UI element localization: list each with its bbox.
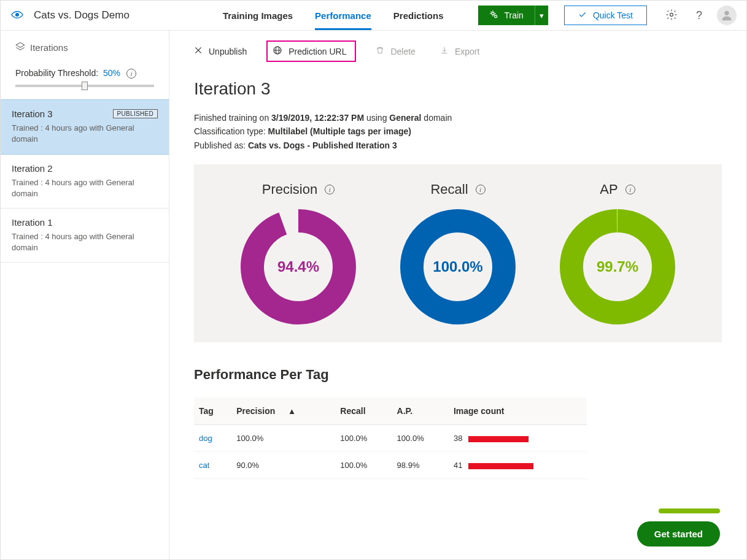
tab-predictions[interactable]: Predictions — [393, 1, 444, 30]
info-icon[interactable]: i — [325, 185, 335, 194]
meta-text: Finished training on — [194, 113, 271, 123]
cell-recall: 100.0% — [335, 452, 392, 479]
info-icon[interactable]: i — [126, 69, 136, 79]
check-icon — [578, 10, 587, 21]
meta-text: Published as: — [194, 140, 248, 150]
th-recall[interactable]: Recall — [335, 397, 392, 425]
iteration-subtitle: Trained : 4 hours ago with General domai… — [12, 231, 158, 253]
tab-training-images[interactable]: Training Images — [223, 1, 293, 30]
metric-label: AP — [600, 182, 617, 198]
svg-point-3 — [670, 13, 673, 16]
nav-tabs: Training Images Performance Predictions — [223, 1, 444, 30]
threshold-slider[interactable] — [15, 85, 154, 87]
caret-down-icon: ▾ — [540, 11, 544, 20]
info-icon[interactable]: i — [476, 185, 486, 194]
table-row: cat 90.0% 100.0% 98.9% 41 — [194, 452, 587, 479]
threshold-value: 50% — [103, 68, 120, 78]
user-avatar[interactable] — [717, 6, 737, 25]
sidebar-item-iteration-1[interactable]: Iteration 1 Trained : 4 hours ago with G… — [1, 209, 169, 263]
download-icon — [440, 46, 449, 56]
meta-domain: General — [389, 113, 421, 123]
iteration-title: Iteration 3 — [12, 109, 53, 119]
slider-thumb[interactable] — [82, 82, 88, 90]
metric-recall: Recalli 100.0% — [400, 182, 516, 325]
count-value: 38 — [454, 434, 462, 443]
layers-icon — [15, 42, 25, 53]
help-handle[interactable] — [659, 508, 720, 513]
th-tag[interactable]: Tag — [194, 397, 231, 425]
performance-per-tag-heading: Performance Per Tag — [194, 367, 746, 383]
iteration-heading: Iteration 3 — [194, 79, 746, 99]
app-header: Cats vs. Dogs Demo Training Images Perfo… — [1, 1, 746, 31]
meta-classification: Multilabel (Multiple tags per image) — [268, 126, 411, 136]
main-content: Unpublish Prediction URL Delete Export I… — [169, 31, 746, 559]
sidebar-item-iteration-2[interactable]: Iteration 2 Trained : 4 hours ago with G… — [1, 155, 169, 209]
metric-ap: APi 99.7% — [559, 182, 676, 325]
meta-text: using — [364, 113, 389, 123]
help-icon[interactable]: ? — [696, 9, 702, 22]
iteration-meta: Finished training on 3/19/2019, 12:22:37… — [194, 111, 746, 152]
cell-ap: 100.0% — [392, 425, 449, 452]
train-button-label: Train — [504, 10, 523, 20]
donut-value: 100.0% — [400, 209, 516, 325]
close-icon — [194, 46, 203, 56]
tag-link[interactable]: cat — [194, 452, 231, 479]
meta-text: domain — [421, 113, 452, 123]
donut-precision: 94.4% — [240, 209, 357, 325]
cell-precision: 90.0% — [231, 452, 335, 479]
content-toolbar: Unpublish Prediction URL Delete Export — [169, 31, 746, 68]
count-bar — [468, 436, 528, 442]
train-button[interactable]: Train — [478, 6, 534, 25]
donut-ap: 99.7% — [559, 209, 676, 325]
train-button-group: Train ▾ — [478, 6, 548, 25]
delete-button: Delete — [371, 40, 420, 62]
svg-point-1 — [492, 12, 494, 15]
metrics-panel: Precisioni 94.4% Recalli 100.0% APi 99.7… — [194, 164, 722, 342]
globe-icon — [273, 45, 282, 57]
logo-eye-icon — [10, 8, 24, 23]
iteration-subtitle: Trained : 4 hours ago with General domai… — [12, 177, 158, 199]
prediction-url-button[interactable]: Prediction URL — [266, 40, 356, 62]
tab-performance[interactable]: Performance — [315, 1, 371, 30]
th-image-count[interactable]: Image count — [449, 397, 587, 425]
sidebar: Iterations Probability Threshold: 50% i … — [1, 31, 169, 559]
unpublish-label: Unpublish — [209, 47, 247, 56]
get-started-button[interactable]: Get started — [637, 521, 720, 547]
performance-table: Tag Precision▴ Recall A.P. Image count d… — [194, 397, 587, 479]
quick-test-button[interactable]: Quick Test — [564, 6, 647, 25]
tag-link[interactable]: dog — [194, 425, 231, 452]
metric-precision: Precisioni 94.4% — [240, 182, 357, 325]
settings-gear-icon[interactable] — [665, 9, 678, 23]
metric-label: Recall — [430, 182, 468, 198]
table-row: dog 100.0% 100.0% 100.0% 38 — [194, 425, 587, 452]
svg-point-0 — [16, 13, 19, 16]
iteration-title: Iteration 1 — [12, 217, 53, 228]
metric-label: Precision — [262, 182, 317, 198]
count-bar — [468, 463, 533, 469]
svg-point-4 — [724, 11, 729, 15]
th-precision[interactable]: Precision▴ — [231, 397, 335, 425]
threshold-box: Probability Threshold: 50% i — [1, 64, 169, 99]
unpublish-button[interactable]: Unpublish — [189, 40, 252, 62]
project-title: Cats vs. Dogs Demo — [34, 9, 130, 21]
donut-recall: 100.0% — [400, 209, 516, 325]
sort-asc-icon: ▴ — [290, 406, 294, 416]
export-button: Export — [435, 40, 484, 62]
cell-ap: 98.9% — [392, 452, 449, 479]
meta-date: 3/19/2019, 12:22:37 PM — [271, 113, 364, 123]
trash-icon — [376, 46, 384, 56]
svg-marker-5 — [16, 42, 24, 47]
count-value: 41 — [454, 461, 462, 470]
donut-value: 94.4% — [240, 209, 357, 325]
gear-wheels-icon — [489, 10, 499, 21]
th-ap[interactable]: A.P. — [392, 397, 449, 425]
cell-recall: 100.0% — [335, 425, 392, 452]
train-dropdown-button[interactable]: ▾ — [535, 6, 548, 25]
prediction-url-label: Prediction URL — [288, 47, 346, 56]
iterations-label: Iterations — [30, 42, 68, 53]
th-precision-label: Precision — [236, 406, 275, 416]
cell-count: 41 — [449, 452, 587, 479]
threshold-label: Probability Threshold: — [15, 68, 98, 78]
info-icon[interactable]: i — [625, 185, 635, 194]
sidebar-item-iteration-3[interactable]: Iteration 3 PUBLISHED Trained : 4 hours … — [1, 99, 169, 154]
